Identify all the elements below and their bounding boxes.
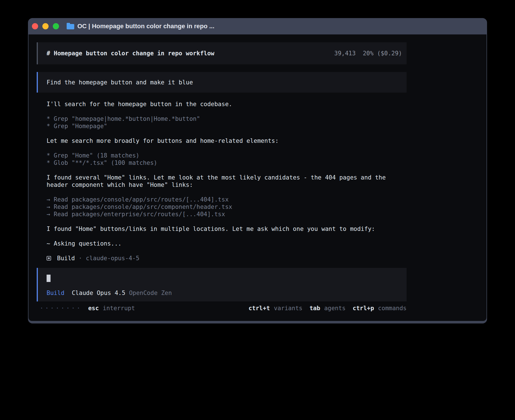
agent-mode-label: Build	[47, 289, 64, 297]
hint-key: tab	[309, 305, 320, 312]
asking-status: ~ Asking questions...	[47, 240, 400, 247]
close-button[interactable]	[32, 23, 38, 29]
hint-label: commands	[378, 305, 407, 312]
terminal-window: OC | Homepage button color change in rep…	[28, 18, 487, 323]
user-message: Find the homepage button and make it blu…	[37, 72, 407, 93]
assistant-message-ask: I found "Home" buttons/links in multiple…	[47, 225, 400, 233]
zoom-button[interactable]	[53, 23, 59, 29]
status-bar: ········ esc interrupt ctrl+t variants t…	[37, 305, 407, 312]
session-title: # Homepage button color change in repo w…	[47, 50, 334, 57]
conversation: I'll search for the homepage button in t…	[37, 100, 407, 262]
provider-label: OpenCode Zen	[129, 289, 172, 297]
hint-key: ctrl+p	[353, 305, 374, 312]
hint-agents: tab agents	[309, 305, 346, 312]
hint-label: agents	[324, 305, 346, 312]
hint-variants: ctrl+t variants	[248, 305, 302, 312]
agent-name: Build	[57, 255, 75, 262]
tool-call-grep: * Grep "Home" (18 matches)	[47, 152, 400, 159]
status-bar-left: ········ esc interrupt	[40, 305, 135, 312]
user-message-text: Find the homepage button and make it blu…	[47, 79, 193, 86]
agent-model: claude-opus-4-5	[86, 255, 139, 262]
window-title: OC | Homepage button color change in rep…	[77, 23, 214, 30]
model-label: Claude Opus 4.5	[72, 289, 125, 297]
assistant-message-broaden: Let me search more broadly for buttons a…	[47, 137, 400, 145]
tool-call-read: → Read packages/enterprise/src/routes/[.…	[47, 211, 400, 218]
hint-key: ctrl+t	[248, 305, 270, 312]
hint-commands: ctrl+p commands	[353, 305, 407, 312]
terminal-content: # Homepage button color change in repo w…	[29, 34, 486, 312]
folder-icon	[67, 24, 74, 29]
agent-separator: ·	[78, 255, 82, 262]
hint-key: esc	[88, 305, 99, 312]
hint-label: variants	[274, 305, 302, 312]
agent-status-row: Build · claude-opus-4-5	[47, 255, 400, 262]
hint-interrupt: esc interrupt	[88, 305, 135, 312]
tool-call-grep: * Grep "Homepage"	[47, 123, 400, 130]
assistant-message-intro: I'll search for the homepage button in t…	[47, 100, 400, 108]
input-meta-row: Build Claude Opus 4.5 OpenCode Zen	[47, 289, 398, 297]
hint-label: interrupt	[103, 305, 135, 312]
session-stats: 39,413 20% ($0.29)	[334, 50, 402, 57]
prompt-input-line[interactable]	[47, 275, 398, 282]
build-agent-icon	[47, 256, 51, 261]
minimize-button[interactable]	[42, 23, 49, 29]
tool-call-glob: * Glob "**/*.tsx" (100 matches)	[47, 159, 400, 167]
prompt-input[interactable]: Build Claude Opus 4.5 OpenCode Zen	[37, 268, 407, 301]
tool-call-group: * Grep "Home" (18 matches) * Glob "**/*.…	[47, 152, 400, 167]
tool-call-group: → Read packages/console/app/src/routes/[…	[47, 196, 400, 218]
status-bar-right: ctrl+t variants tab agents ctrl+p comman…	[248, 305, 407, 312]
assistant-message-candidates: I found several "Home" links. Let me loo…	[47, 174, 400, 189]
titlebar[interactable]: OC | Homepage button color change in rep…	[29, 18, 486, 34]
tool-call-read: → Read packages/console/app/src/componen…	[47, 203, 400, 211]
tool-call-read: → Read packages/console/app/src/routes/[…	[47, 196, 400, 203]
tool-call-group: * Grep "homepage|home.*button|Home.*butt…	[47, 115, 400, 130]
session-header: # Homepage button color change in repo w…	[37, 42, 407, 64]
tool-call-grep: * Grep "homepage|home.*button|Home.*butt…	[47, 115, 400, 123]
text-cursor	[47, 275, 51, 282]
terminal-body: # Homepage button color change in repo w…	[29, 34, 486, 321]
spinner-dots-icon: ········	[40, 305, 82, 312]
